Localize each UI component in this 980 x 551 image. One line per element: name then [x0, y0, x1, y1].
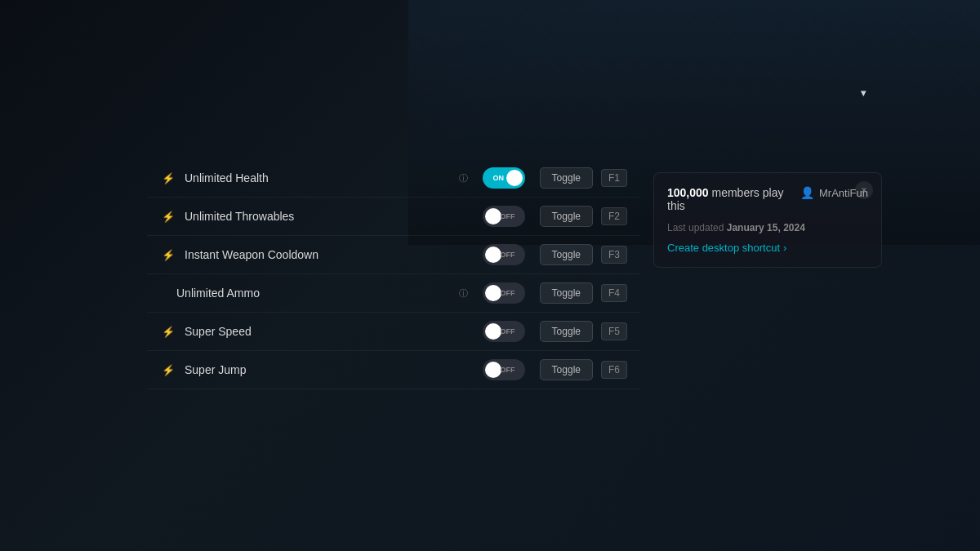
mod-toggle-btn-1[interactable]: Toggle — [540, 167, 593, 189]
mod-toggle-4[interactable]: OFF — [483, 282, 525, 304]
mod-lightning-icon-5: ⚡ — [160, 326, 176, 338]
create-shortcut-link[interactable]: Create desktop shortcut › — [667, 242, 868, 254]
mod-toggle-btn-3[interactable]: Toggle — [540, 244, 593, 265]
toggle-off-label-5: OFF — [496, 327, 520, 335]
mod-toggle-2[interactable]: OFF — [483, 206, 525, 227]
mod-hotkey-6: F6 — [601, 361, 627, 379]
mod-info-icon-4[interactable]: ⓘ — [459, 287, 468, 300]
table-row: ⚡ Super Speed OFF Toggle F5 — [147, 313, 640, 351]
mod-hotkey-3: F3 — [601, 246, 627, 264]
table-row: Unlimited Ammo ⓘ OFF Toggle F4 — [147, 274, 640, 313]
mod-hotkey-2: F2 — [601, 207, 627, 225]
mod-toggle-btn-2[interactable]: Toggle — [540, 206, 593, 227]
panel-members-count: 100,000 — [667, 186, 709, 199]
mod-name-2: Unlimited Throwables — [185, 210, 468, 223]
mod-name-6: Super Jump — [185, 363, 468, 376]
toggle-off-label-6: OFF — [496, 366, 520, 374]
mod-toggle-6[interactable]: OFF — [483, 359, 525, 380]
panel-updated-date: January 15, 2024 — [727, 222, 805, 233]
mod-info-icon-1[interactable]: ⓘ — [459, 172, 468, 184]
panel-user-icon: 👤 — [800, 186, 814, 199]
mod-toggle-btn-6[interactable]: Toggle — [540, 359, 593, 380]
mod-lightning-icon-3: ⚡ — [160, 249, 176, 261]
panel-members-text: 100,000 members play this — [667, 186, 800, 212]
table-row: ⚡ Unlimited Throwables OFF Toggle F2 — [147, 198, 640, 236]
mod-hotkey-1: F1 — [601, 169, 627, 187]
mod-toggle-3[interactable]: OFF — [483, 244, 525, 265]
mod-hotkey-5: F5 — [601, 322, 627, 340]
toggle-off-label-2: OFF — [496, 212, 520, 220]
mod-lightning-icon-6: ⚡ — [160, 364, 176, 376]
toggle-off-label-4: OFF — [496, 289, 520, 297]
toggle-on-label-1: ON — [488, 174, 510, 182]
mod-toggle-btn-4[interactable]: Toggle — [540, 282, 593, 304]
info-panel: × 100,000 members play this 👤 MrAntiFun … — [653, 172, 882, 268]
table-row: ⚡ Super Jump OFF Toggle F6 — [147, 351, 640, 389]
mod-toggle-5[interactable]: OFF — [483, 321, 525, 342]
mod-name-5: Super Speed — [185, 325, 468, 338]
mod-toggle-btn-5[interactable]: Toggle — [540, 321, 593, 342]
mod-hotkey-4: F4 — [601, 284, 627, 302]
mod-lightning-icon-1: ⚡ — [160, 172, 176, 184]
mod-toggle-1[interactable]: ON — [483, 167, 525, 189]
table-row: ⚡ Instant Weapon Cooldown OFF Toggle F3 — [147, 236, 640, 274]
mod-name-4: Unlimited Ammo — [176, 287, 448, 300]
table-row: ⚡ Unlimited Health ⓘ ON Toggle F1 — [147, 159, 640, 198]
panel-updated-text: Last updated January 15, 2024 — [667, 222, 868, 233]
mod-lightning-icon-2: ⚡ — [160, 211, 176, 223]
mod-name-1: Unlimited Health — [185, 171, 448, 184]
mod-name-3: Instant Weapon Cooldown — [185, 248, 468, 261]
mods-table: ⚡ Unlimited Health ⓘ ON Toggle F1 ⚡ Unli… — [147, 159, 640, 424]
close-panel-button[interactable]: × — [855, 181, 873, 199]
play-chevron-icon: ▾ — [861, 87, 866, 99]
toggle-off-label-3: OFF — [496, 251, 520, 259]
